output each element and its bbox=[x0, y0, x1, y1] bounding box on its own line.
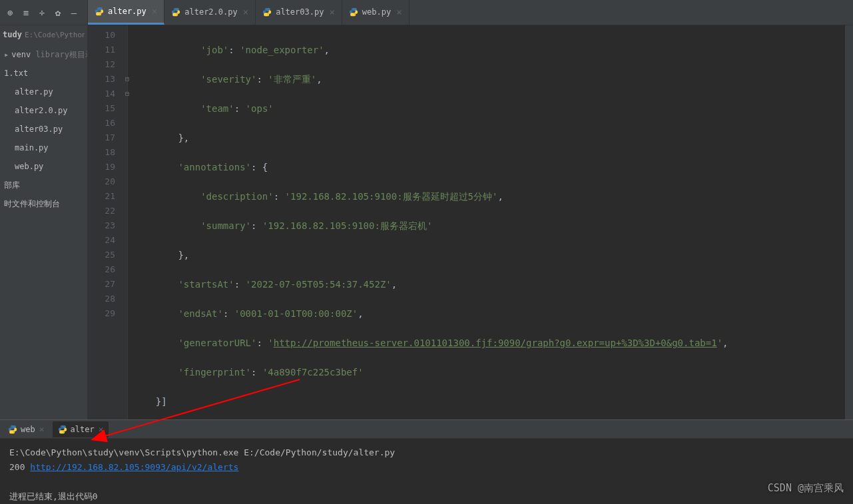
tab-label: alter bbox=[71, 425, 95, 434]
file-tree: ▸venv library根目录 1.txt alter.py alter2.0… bbox=[0, 44, 87, 214]
tree-item-main[interactable]: main.py bbox=[0, 138, 87, 157]
tree-extra: library根目录 bbox=[35, 45, 87, 64]
close-icon[interactable]: × bbox=[152, 6, 157, 17]
tree-label: 部库 bbox=[4, 176, 20, 194]
tree-label: venv bbox=[11, 45, 31, 64]
python-icon bbox=[95, 7, 104, 16]
tree-label: alter03.py bbox=[15, 120, 63, 138]
project-header[interactable]: tudy E:\Code\Python\s bbox=[0, 25, 87, 44]
collapse-icon[interactable]: ≡ bbox=[19, 5, 33, 20]
editor-tabs: alter.py × alter2.0.py × alter03.py × we… bbox=[88, 0, 853, 25]
tree-item-alter03[interactable]: alter03.py bbox=[0, 120, 87, 138]
watermark: CSDN @南宫乘风 bbox=[768, 482, 844, 495]
python-icon bbox=[349, 7, 358, 17]
tree-label: alter.py bbox=[15, 83, 53, 101]
project-sidebar: ⊕ ≡ ÷ ✿ — tudy E:\Code\Python\s ▸venv li… bbox=[0, 0, 88, 419]
tree-item-txt[interactable]: 1.txt bbox=[0, 64, 87, 83]
tab-alter03[interactable]: alter03.py × bbox=[256, 0, 342, 25]
python-icon bbox=[262, 7, 272, 17]
tab-label: alter.py bbox=[108, 7, 146, 16]
python-icon bbox=[8, 425, 17, 434]
tree-item-web[interactable]: web.py bbox=[0, 157, 87, 176]
project-path: E:\Code\Python\s bbox=[25, 31, 85, 39]
console-line: E:\Code\Python\study\venv\Scripts\python… bbox=[9, 445, 844, 460]
tree-item-alter[interactable]: alter.py bbox=[0, 83, 87, 101]
tree-item-alter2[interactable]: alter2.0.py bbox=[0, 101, 87, 120]
tree-item-scratch[interactable]: 时文件和控制台 bbox=[0, 194, 87, 213]
console-panel: web × alter × E:\Code\Python\study\venv\… bbox=[0, 419, 853, 504]
minimize-icon[interactable]: — bbox=[67, 5, 81, 20]
console-tabs: web × alter × bbox=[0, 420, 853, 439]
tree-label: alter2.0.py bbox=[15, 101, 67, 120]
line-gutter: ⊟ ⊟ 101112131415161718192021222324252627… bbox=[88, 25, 128, 419]
tree-label: 1.txt bbox=[4, 64, 28, 83]
target-icon[interactable]: ⊕ bbox=[3, 5, 17, 20]
console-line: 进程已结束,退出代码0 bbox=[9, 489, 844, 504]
code-content[interactable]: 'job': 'node_exporter', 'severity': '非常严… bbox=[128, 25, 845, 419]
close-icon[interactable]: × bbox=[329, 7, 334, 17]
tab-alter2[interactable]: alter2.0.py × bbox=[164, 0, 256, 25]
console-output[interactable]: E:\Code\Python\study\venv\Scripts\python… bbox=[0, 439, 853, 504]
tree-item-lib[interactable]: 部库 bbox=[0, 176, 87, 194]
console-tab-alter[interactable]: alter × bbox=[53, 421, 109, 437]
console-link[interactable]: http://192.168.82.105:9093/api/v2/alerts bbox=[30, 462, 238, 472]
tab-label: alter03.py bbox=[276, 7, 324, 17]
code-editor[interactable]: ⊟ ⊟ 101112131415161718192021222324252627… bbox=[88, 25, 853, 419]
console-line: 200 http://192.168.82.105:9093/api/v2/al… bbox=[9, 460, 844, 475]
close-icon[interactable]: × bbox=[39, 424, 45, 434]
tree-label: main.py bbox=[15, 138, 49, 157]
tab-label: web bbox=[21, 425, 35, 434]
close-icon[interactable]: × bbox=[243, 7, 248, 17]
sidebar-toolbar: ⊕ ≡ ÷ ✿ — bbox=[0, 0, 87, 25]
close-icon[interactable]: × bbox=[99, 424, 104, 434]
tree-item-venv[interactable]: ▸venv library根目录 bbox=[0, 45, 87, 64]
console-tab-web[interactable]: web × bbox=[3, 421, 50, 437]
expand-icon[interactable]: ÷ bbox=[35, 5, 49, 20]
tab-label: alter2.0.py bbox=[184, 7, 237, 17]
tab-label: web.py bbox=[362, 7, 391, 17]
tree-label: 时文件和控制台 bbox=[4, 194, 60, 213]
scrollbar[interactable] bbox=[845, 25, 853, 419]
tab-alter[interactable]: alter.py × bbox=[88, 0, 164, 25]
project-name: tudy bbox=[3, 30, 22, 39]
close-icon[interactable]: × bbox=[396, 7, 402, 17]
python-icon bbox=[58, 425, 67, 434]
gear-icon[interactable]: ✿ bbox=[51, 5, 65, 20]
python-icon bbox=[171, 7, 180, 17]
tab-web[interactable]: web.py × bbox=[342, 0, 410, 25]
editor-area: alter.py × alter2.0.py × alter03.py × we… bbox=[88, 0, 853, 419]
tree-label: web.py bbox=[15, 157, 43, 176]
